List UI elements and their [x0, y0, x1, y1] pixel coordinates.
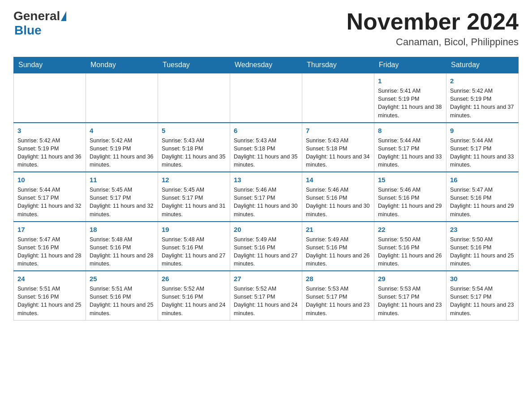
day-number: 21 — [306, 225, 370, 234]
day-number: 16 — [450, 175, 515, 184]
day-number: 20 — [234, 225, 298, 234]
calendar-cell: 9Sunrise: 5:44 AMSunset: 5:17 PMDaylight… — [446, 123, 519, 172]
calendar-cell: 24Sunrise: 5:51 AMSunset: 5:16 PMDayligh… — [14, 271, 86, 320]
weekday-header-sunday: Sunday — [14, 57, 86, 73]
day-info: Sunrise: 5:49 AMSunset: 5:16 PMDaylight:… — [306, 235, 370, 268]
day-number: 5 — [162, 126, 226, 135]
day-info: Sunrise: 5:50 AMSunset: 5:16 PMDaylight:… — [378, 235, 442, 268]
day-info: Sunrise: 5:42 AMSunset: 5:19 PMDaylight:… — [90, 137, 154, 169]
day-number: 27 — [234, 274, 298, 283]
day-number: 3 — [17, 126, 82, 135]
calendar-cell: 13Sunrise: 5:46 AMSunset: 5:17 PMDayligh… — [230, 172, 302, 222]
day-info: Sunrise: 5:52 AMSunset: 5:17 PMDaylight:… — [234, 285, 298, 317]
calendar-cell: 11Sunrise: 5:45 AMSunset: 5:17 PMDayligh… — [86, 172, 158, 222]
day-info: Sunrise: 5:53 AMSunset: 5:17 PMDaylight:… — [378, 285, 442, 317]
day-info: Sunrise: 5:44 AMSunset: 5:17 PMDaylight:… — [17, 186, 82, 218]
calendar-cell: 10Sunrise: 5:44 AMSunset: 5:17 PMDayligh… — [14, 172, 86, 222]
day-info: Sunrise: 5:41 AMSunset: 5:19 PMDaylight:… — [378, 87, 442, 120]
calendar-cell — [86, 73, 158, 123]
calendar-cell: 26Sunrise: 5:52 AMSunset: 5:16 PMDayligh… — [158, 271, 230, 320]
day-info: Sunrise: 5:51 AMSunset: 5:16 PMDaylight:… — [90, 285, 154, 317]
day-number: 9 — [450, 126, 515, 135]
weekday-header-thursday: Thursday — [302, 57, 374, 73]
day-info: Sunrise: 5:46 AMSunset: 5:17 PMDaylight:… — [234, 186, 298, 218]
logo-blue-text: Blue — [14, 23, 42, 38]
calendar-cell: 8Sunrise: 5:44 AMSunset: 5:17 PMDaylight… — [374, 123, 446, 172]
day-info: Sunrise: 5:45 AMSunset: 5:17 PMDaylight:… — [162, 186, 226, 218]
day-info: Sunrise: 5:43 AMSunset: 5:18 PMDaylight:… — [306, 137, 370, 169]
day-number: 23 — [450, 225, 515, 234]
weekday-header-tuesday: Tuesday — [158, 57, 230, 73]
calendar-cell: 25Sunrise: 5:51 AMSunset: 5:16 PMDayligh… — [86, 271, 158, 320]
day-number: 17 — [17, 225, 82, 234]
day-info: Sunrise: 5:48 AMSunset: 5:16 PMDaylight:… — [90, 235, 154, 268]
day-info: Sunrise: 5:44 AMSunset: 5:17 PMDaylight:… — [378, 137, 442, 169]
day-info: Sunrise: 5:42 AMSunset: 5:19 PMDaylight:… — [450, 87, 515, 120]
calendar-cell: 4Sunrise: 5:42 AMSunset: 5:19 PMDaylight… — [86, 123, 158, 172]
day-number: 18 — [90, 225, 154, 234]
day-info: Sunrise: 5:52 AMSunset: 5:16 PMDaylight:… — [162, 285, 226, 317]
logo-triangle-icon — [61, 11, 66, 21]
logo-general-text: General — [13, 9, 60, 23]
day-number: 8 — [378, 126, 442, 135]
day-number: 14 — [306, 175, 370, 184]
calendar-cell — [158, 73, 230, 123]
day-info: Sunrise: 5:48 AMSunset: 5:16 PMDaylight:… — [162, 235, 226, 268]
day-number: 2 — [450, 76, 515, 86]
day-number: 4 — [90, 126, 154, 135]
calendar-cell — [302, 73, 374, 123]
title-area: November 2024 Canaman, Bicol, Philippine… — [347, 9, 519, 48]
day-info: Sunrise: 5:49 AMSunset: 5:16 PMDaylight:… — [234, 235, 298, 268]
calendar-cell: 14Sunrise: 5:46 AMSunset: 5:16 PMDayligh… — [302, 172, 374, 222]
calendar-cell: 19Sunrise: 5:48 AMSunset: 5:16 PMDayligh… — [158, 222, 230, 271]
day-number: 1 — [378, 76, 442, 86]
calendar-cell: 7Sunrise: 5:43 AMSunset: 5:18 PMDaylight… — [302, 123, 374, 172]
day-info: Sunrise: 5:42 AMSunset: 5:19 PMDaylight:… — [17, 137, 82, 169]
day-number: 15 — [378, 175, 442, 184]
calendar-cell: 1Sunrise: 5:41 AMSunset: 5:19 PMDaylight… — [374, 73, 446, 123]
calendar-cell: 12Sunrise: 5:45 AMSunset: 5:17 PMDayligh… — [158, 172, 230, 222]
day-info: Sunrise: 5:53 AMSunset: 5:17 PMDaylight:… — [306, 285, 370, 317]
calendar-cell: 23Sunrise: 5:50 AMSunset: 5:16 PMDayligh… — [446, 222, 519, 271]
calendar-cell — [230, 73, 302, 123]
day-info: Sunrise: 5:51 AMSunset: 5:16 PMDaylight:… — [17, 285, 82, 317]
day-number: 28 — [306, 274, 370, 283]
calendar-week-row: 3Sunrise: 5:42 AMSunset: 5:19 PMDaylight… — [14, 123, 519, 172]
day-number: 30 — [450, 274, 515, 283]
weekday-header-wednesday: Wednesday — [230, 57, 302, 73]
page-header: General Blue November 2024 Canaman, Bico… — [13, 9, 519, 48]
day-info: Sunrise: 5:43 AMSunset: 5:18 PMDaylight:… — [162, 137, 226, 169]
calendar-cell: 29Sunrise: 5:53 AMSunset: 5:17 PMDayligh… — [374, 271, 446, 320]
calendar-cell: 20Sunrise: 5:49 AMSunset: 5:16 PMDayligh… — [230, 222, 302, 271]
day-number: 13 — [234, 175, 298, 184]
calendar-week-row: 17Sunrise: 5:47 AMSunset: 5:16 PMDayligh… — [14, 222, 519, 271]
day-info: Sunrise: 5:44 AMSunset: 5:17 PMDaylight:… — [450, 137, 515, 169]
day-number: 12 — [162, 175, 226, 184]
calendar-cell: 28Sunrise: 5:53 AMSunset: 5:17 PMDayligh… — [302, 271, 374, 320]
day-number: 29 — [378, 274, 442, 283]
day-info: Sunrise: 5:45 AMSunset: 5:17 PMDaylight:… — [90, 186, 154, 218]
weekday-header-monday: Monday — [86, 57, 158, 73]
day-number: 11 — [90, 175, 154, 184]
day-number: 7 — [306, 126, 370, 135]
calendar-cell: 15Sunrise: 5:46 AMSunset: 5:16 PMDayligh… — [374, 172, 446, 222]
calendar-cell: 17Sunrise: 5:47 AMSunset: 5:16 PMDayligh… — [14, 222, 86, 271]
calendar-cell: 16Sunrise: 5:47 AMSunset: 5:16 PMDayligh… — [446, 172, 519, 222]
day-info: Sunrise: 5:46 AMSunset: 5:16 PMDaylight:… — [306, 186, 370, 218]
logo: General Blue — [13, 9, 66, 38]
calendar-week-row: 1Sunrise: 5:41 AMSunset: 5:19 PMDaylight… — [14, 73, 519, 123]
calendar-cell: 5Sunrise: 5:43 AMSunset: 5:18 PMDaylight… — [158, 123, 230, 172]
calendar-week-row: 24Sunrise: 5:51 AMSunset: 5:16 PMDayligh… — [14, 271, 519, 320]
calendar-cell: 22Sunrise: 5:50 AMSunset: 5:16 PMDayligh… — [374, 222, 446, 271]
day-number: 22 — [378, 225, 442, 234]
weekday-header-friday: Friday — [374, 57, 446, 73]
calendar-week-row: 10Sunrise: 5:44 AMSunset: 5:17 PMDayligh… — [14, 172, 519, 222]
weekday-header-saturday: Saturday — [446, 57, 519, 73]
day-number: 26 — [162, 274, 226, 283]
calendar-cell: 27Sunrise: 5:52 AMSunset: 5:17 PMDayligh… — [230, 271, 302, 320]
month-title: November 2024 — [347, 9, 519, 34]
calendar-table: SundayMondayTuesdayWednesdayThursdayFrid… — [13, 57, 519, 321]
day-info: Sunrise: 5:43 AMSunset: 5:18 PMDaylight:… — [234, 137, 298, 169]
day-info: Sunrise: 5:50 AMSunset: 5:16 PMDaylight:… — [450, 235, 515, 268]
day-info: Sunrise: 5:54 AMSunset: 5:17 PMDaylight:… — [450, 285, 515, 317]
